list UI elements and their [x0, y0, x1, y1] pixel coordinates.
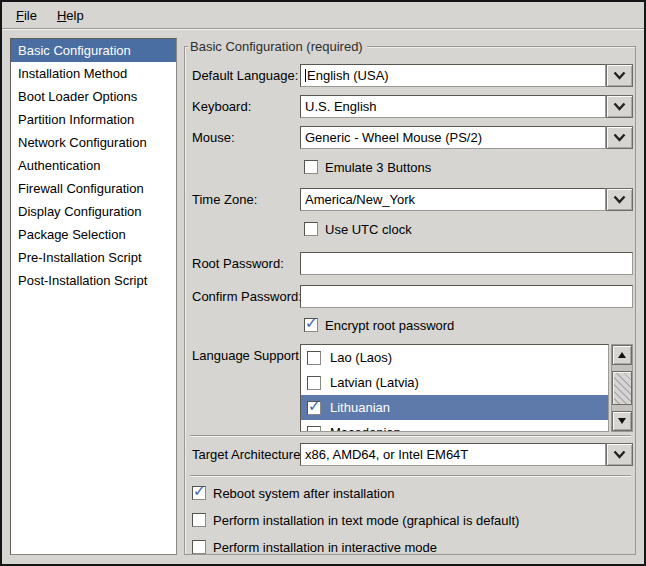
language-option-lithuanian[interactable]: ✓ Lithuanian — [301, 395, 608, 420]
check-icon: ✓ — [308, 398, 321, 414]
language-macedonian-checkbox[interactable] — [307, 426, 321, 433]
groupbox-title: Basic Configuration (required) — [188, 39, 367, 54]
scroll-up-button[interactable] — [612, 345, 632, 365]
scrollbar-thumb[interactable] — [612, 371, 632, 405]
root-password-label: Root Password: — [192, 256, 284, 271]
interactive-mode-checkbox[interactable] — [192, 540, 206, 554]
time-zone-value: America/New_York — [305, 192, 415, 207]
keyboard-label: Keyboard: — [192, 99, 251, 114]
language-list-scrollbar[interactable] — [611, 344, 633, 432]
language-option-macedonian[interactable]: Macedonian — [301, 420, 608, 432]
encrypt-root-password-checkbox[interactable]: ✓ — [304, 318, 318, 332]
use-utc-clock-label[interactable]: Use UTC clock — [325, 222, 412, 237]
sidebar-item-network-configuration[interactable]: Network Configuration — [11, 131, 176, 154]
text-cursor — [305, 69, 306, 82]
target-architecture-value: x86, AMD64, or Intel EM64T — [305, 447, 468, 462]
check-icon: ✓ — [193, 483, 206, 499]
text-mode-checkbox[interactable] — [192, 513, 206, 527]
chevron-down-icon — [613, 133, 626, 142]
language-lithuanian-checkbox[interactable]: ✓ — [307, 401, 321, 415]
menu-help[interactable]: Help — [47, 4, 94, 27]
keyboard-combo-entry[interactable]: U.S. English — [300, 95, 606, 118]
chevron-down-icon — [613, 102, 626, 111]
reboot-after-installation-checkbox[interactable]: ✓ — [192, 486, 206, 500]
language-latvian-checkbox[interactable] — [307, 376, 321, 390]
language-macedonian-label: Macedonian — [330, 425, 401, 432]
chevron-down-icon — [613, 195, 626, 204]
emulate-3-buttons-checkbox[interactable] — [304, 160, 318, 174]
sidebar-item-display-configuration[interactable]: Display Configuration — [11, 200, 176, 223]
language-option-latvian[interactable]: Latvian (Latvia) — [301, 370, 608, 395]
language-latvian-label: Latvian (Latvia) — [330, 375, 419, 390]
separator — [190, 435, 631, 437]
sidebar-item-basic-configuration[interactable]: Basic Configuration — [11, 39, 176, 62]
language-support-list[interactable]: Lao (Laos) Latvian (Latvia) ✓ Lithuanian… — [300, 344, 609, 432]
section-list: Basic Configuration Installation Method … — [10, 38, 177, 555]
sidebar-item-package-selection[interactable]: Package Selection — [11, 223, 176, 246]
confirm-password-label: Confirm Password: — [192, 289, 302, 304]
menu-help-accel: H — [57, 8, 66, 23]
keyboard-dropdown-button[interactable] — [606, 95, 633, 118]
menu-file[interactable]: File — [6, 4, 47, 27]
language-option-lao[interactable]: Lao (Laos) — [301, 345, 608, 370]
encrypt-root-password-label[interactable]: Encrypt root password — [325, 318, 454, 333]
sidebar-item-pre-installation-script[interactable]: Pre-Installation Script — [11, 246, 176, 269]
default-language-dropdown-button[interactable] — [606, 64, 633, 87]
mouse-value: Generic - Wheel Mouse (PS/2) — [305, 130, 482, 145]
menu-file-accel: F — [16, 8, 24, 23]
sidebar-item-firewall-configuration[interactable]: Firewall Configuration — [11, 177, 176, 200]
check-icon: ✓ — [305, 315, 318, 331]
separator — [190, 475, 631, 477]
scroll-down-button[interactable] — [612, 411, 632, 431]
target-architecture-combo-entry[interactable]: x86, AMD64, or Intel EM64T — [300, 443, 606, 466]
default-language-label: Default Language: — [192, 68, 298, 83]
confirm-password-field[interactable] — [300, 285, 633, 308]
mouse-label: Mouse: — [192, 130, 235, 145]
kickstart-configurator-window: File Help Basic Configuration Installati… — [0, 0, 646, 566]
mouse-dropdown-button[interactable] — [606, 126, 633, 149]
menu-help-rest: elp — [66, 8, 83, 23]
keyboard-value: U.S. English — [305, 99, 377, 114]
emulate-3-buttons-label[interactable]: Emulate 3 Buttons — [325, 160, 431, 175]
reboot-after-installation-label[interactable]: Reboot system after installation — [213, 486, 394, 501]
default-language-value: English (USA) — [307, 68, 389, 83]
time-zone-dropdown-button[interactable] — [606, 188, 633, 211]
root-password-field[interactable] — [300, 252, 633, 275]
sidebar-item-installation-method[interactable]: Installation Method — [11, 62, 176, 85]
arrow-up-icon — [618, 352, 626, 358]
mouse-combo-entry[interactable]: Generic - Wheel Mouse (PS/2) — [300, 126, 606, 149]
language-lao-checkbox[interactable] — [307, 351, 321, 365]
sidebar-item-authentication[interactable]: Authentication — [11, 154, 176, 177]
arrow-down-icon — [618, 418, 626, 424]
use-utc-clock-checkbox[interactable] — [304, 222, 318, 236]
menu-bar: File Help — [2, 2, 644, 29]
target-architecture-dropdown-button[interactable] — [606, 443, 633, 466]
time-zone-label: Time Zone: — [192, 192, 257, 207]
time-zone-combo-entry[interactable]: America/New_York — [300, 188, 606, 211]
target-architecture-label: Target Architecture: — [192, 447, 304, 462]
language-lao-label: Lao (Laos) — [330, 350, 392, 365]
sidebar-item-post-installation-script[interactable]: Post-Installation Script — [11, 269, 176, 292]
sidebar-item-boot-loader-options[interactable]: Boot Loader Options — [11, 85, 176, 108]
menu-file-rest: ile — [24, 8, 37, 23]
text-mode-label[interactable]: Perform installation in text mode (graph… — [213, 513, 519, 528]
sidebar-item-partition-information[interactable]: Partition Information — [11, 108, 176, 131]
language-support-label: Language Support: — [192, 348, 303, 363]
chevron-down-icon — [613, 450, 626, 459]
language-lithuanian-label: Lithuanian — [330, 400, 390, 415]
chevron-down-icon — [613, 71, 626, 80]
default-language-combo-entry[interactable]: English (USA) — [300, 64, 606, 87]
interactive-mode-label[interactable]: Perform installation in interactive mode — [213, 540, 437, 555]
